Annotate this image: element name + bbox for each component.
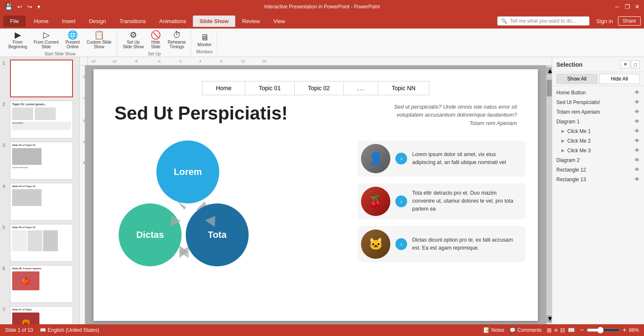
eye-icon-7[interactable]: 👁	[634, 147, 640, 154]
close-button[interactable]: ✕	[634, 3, 641, 10]
tab-view[interactable]: View	[267, 16, 292, 27]
tab-insert[interactable]: Insert	[55, 16, 83, 27]
tab-file[interactable]: File	[3, 16, 26, 27]
show-all-button[interactable]: Show All	[556, 74, 597, 84]
sel-item-clickme2[interactable]: ▶ Click Me 2 👁	[552, 136, 644, 146]
status-bar: Slide 1 of 10 📖 English (United States) …	[0, 324, 644, 336]
nav-topicnn[interactable]: Topic NN	[378, 81, 429, 95]
circle-tota: Tota	[186, 203, 249, 266]
eye-icon-5[interactable]: 👁	[634, 128, 640, 134]
slide-panel[interactable]: 1 Sed Ut... 2 Topic 01. Lorem ipsum...	[0, 57, 80, 324]
slide-thumb-6[interactable]: 6 Slide 06. A basic Agrima 🍎	[2, 264, 78, 304]
slide-thumb-2[interactable]: 2 Topic 01. Lorem ipsum... text content	[2, 100, 78, 139]
sel-item-home-button[interactable]: Home Button 👁	[552, 88, 644, 97]
tab-animations[interactable]: Animations	[153, 16, 193, 27]
tab-transitions[interactable]: Transitions	[113, 16, 153, 27]
sel-item-clickme1[interactable]: ▶ Click Me 1 👁	[552, 126, 644, 136]
sel-item-rect13[interactable]: Rectangle 13 👁	[552, 175, 644, 184]
save-button[interactable]: 💾	[3, 3, 14, 11]
hide-slide-button[interactable]: 🚫 HideSlide	[148, 29, 164, 51]
sel-item-rect12[interactable]: Rectangle 12 👁	[552, 165, 644, 175]
reading-view-button[interactable]: 📖	[568, 327, 575, 333]
eye-icon-8[interactable]: 👁	[634, 157, 640, 163]
selection-close-button[interactable]: ✕	[621, 60, 630, 68]
minimize-button[interactable]: ─	[614, 3, 621, 10]
monitor-button[interactable]: 🖥 Monitor	[195, 31, 214, 49]
zoom-level: 86%	[629, 327, 639, 333]
setup-slideshow-button[interactable]: ⚙ Set UpSlide Show	[120, 29, 146, 51]
sel-item-diagram1[interactable]: Diagram 1 👁	[552, 117, 644, 126]
redo-button[interactable]: ↪	[26, 3, 34, 11]
scroll-up-button[interactable]: ▲	[547, 67, 552, 75]
nav-topic02[interactable]: Topic 02	[294, 81, 343, 95]
notes-button[interactable]: 📝 Notes	[483, 327, 504, 333]
eye-icon-2[interactable]: 👁	[634, 99, 640, 105]
thumb-img-4: Slide 04 of Topic 01	[10, 183, 73, 221]
comments-button[interactable]: 💬 Comments	[509, 327, 542, 333]
nav-home[interactable]: Home	[203, 81, 245, 95]
sel-item-clickme3[interactable]: ▶ Click Me 3 👁	[552, 146, 644, 155]
selection-expand-button[interactable]: □	[631, 60, 640, 68]
from-beginning-button[interactable]: ▶ FromBeginning	[6, 29, 29, 51]
slide-thumb-3[interactable]: 3 Slide 03 of Topic 01 content text here	[2, 141, 78, 180]
slide-thumb-5[interactable]: 5 Slide 05 of Topic 01	[2, 223, 78, 263]
card-img-3: 🐱	[361, 229, 390, 259]
eye-icon-9[interactable]: 👁	[634, 167, 640, 173]
user-actions: Sign in Share	[596, 16, 641, 26]
custom-slideshow-button[interactable]: 📋 Custom SlideShow	[84, 29, 114, 51]
eye-icon-1[interactable]: 👁	[634, 89, 640, 96]
ribbon-group-start: ▶ FromBeginning ▷ From CurrentSlide 🌐 Pr…	[3, 28, 117, 57]
card-3: 🐱 › Dictas dicunt option pro te, ex fall…	[358, 226, 525, 262]
share-button[interactable]: Share	[618, 16, 641, 26]
scroll-down-button[interactable]: ▼	[547, 315, 552, 323]
zoom-slider[interactable]	[587, 327, 620, 333]
scroll-track[interactable]	[547, 76, 552, 314]
customize-qat-button[interactable]: ▾	[36, 3, 42, 11]
thumb-img-3: Slide 03 of Topic 01 content text here	[10, 142, 73, 180]
thumb-img-5: Slide 05 of Topic 01	[10, 224, 73, 262]
quick-access-toolbar: 💾 ↩ ↪ ▾	[3, 3, 42, 11]
rehearse-timings-button[interactable]: ⏱ RehearseTimings	[165, 29, 188, 51]
svg-text:-8: -8	[134, 59, 138, 63]
sel-item-diagram2[interactable]: Diagram 2 👁	[552, 155, 644, 165]
tab-review[interactable]: Review	[235, 16, 267, 27]
ruler-vertical: -8 -4 0 4 8	[80, 65, 85, 324]
zoom-in-button[interactable]: +	[623, 326, 626, 334]
eye-icon-6[interactable]: 👁	[634, 138, 640, 144]
selection-title: Selection	[556, 61, 582, 68]
slide-canvas: Home Topic 01 Topic 02 ... Topic NN Sed …	[93, 69, 538, 321]
card-arrow-2[interactable]: ›	[395, 195, 407, 207]
eye-icon-3[interactable]: 👁	[634, 109, 640, 115]
undo-button[interactable]: ↩	[16, 3, 24, 11]
sorter-view-button[interactable]: ⊟	[560, 327, 565, 333]
zoom-out-button[interactable]: −	[580, 326, 584, 334]
eye-icon-10[interactable]: 👁	[634, 176, 640, 182]
sel-item-totam[interactable]: Totam rem Aperiam 👁	[552, 107, 644, 117]
clock-icon: ⏱	[173, 31, 181, 39]
slide-thumb-4[interactable]: 4 Slide 04 of Topic 01	[2, 182, 78, 221]
view-buttons: ⊞ ≡ ⊟ 📖	[547, 327, 575, 333]
scroll-thumb[interactable]	[547, 80, 552, 96]
outline-view-button[interactable]: ≡	[554, 327, 558, 333]
nav-dots[interactable]: ...	[344, 81, 379, 95]
nav-topic01[interactable]: Topic 01	[245, 81, 294, 95]
slide-thumb-7[interactable]: 7 Slide 07 of Topic 🎃	[2, 305, 78, 324]
selection-header-buttons: ✕ □	[621, 60, 640, 68]
from-current-button[interactable]: ▷ From CurrentSlide	[31, 29, 61, 51]
present-online-button[interactable]: 🌐 PresentOnline	[63, 29, 82, 51]
eye-icon-4[interactable]: 👁	[634, 118, 640, 125]
slide-thumb-1[interactable]: 1 Sed Ut...	[2, 59, 78, 98]
sign-in-link[interactable]: Sign in	[596, 18, 613, 24]
tab-design[interactable]: Design	[82, 16, 112, 27]
sel-item-title[interactable]: Sed Ut Perspiciatis! 👁	[552, 97, 644, 107]
vertical-scrollbar[interactable]: ▲ ▼	[546, 65, 552, 324]
ribbon-search[interactable]: 🔍 Tell me what you want to do...	[497, 16, 589, 26]
hide-all-button[interactable]: Hide All	[599, 74, 640, 84]
monitor-icon: 🖥	[200, 33, 209, 42]
tab-slideshow[interactable]: Slide Show	[193, 16, 235, 27]
tab-home[interactable]: Home	[27, 16, 55, 27]
normal-view-button[interactable]: ⊞	[547, 327, 552, 333]
card-arrow-1[interactable]: ›	[395, 153, 407, 164]
restore-button[interactable]: ❐	[624, 3, 631, 10]
card-arrow-3[interactable]: ›	[395, 238, 407, 250]
